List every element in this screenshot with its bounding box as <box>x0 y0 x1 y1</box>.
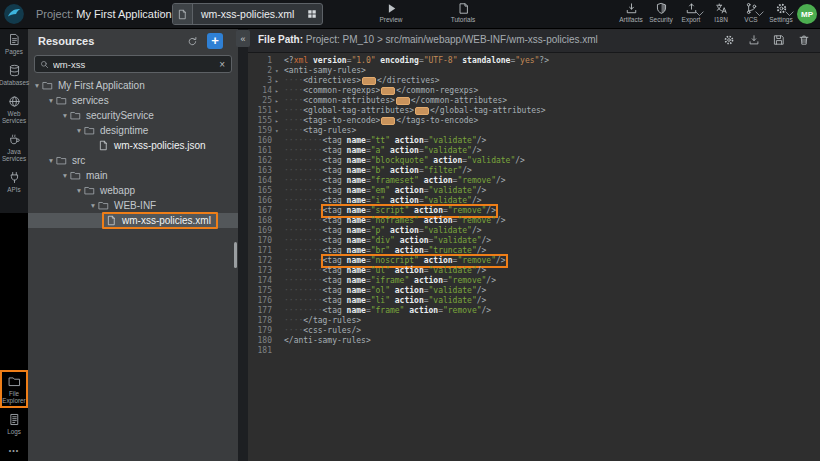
tree-item-src[interactable]: ▼src <box>28 153 238 168</box>
tree-item-WEB-INF[interactable]: ▼WEB-INF <box>28 198 238 213</box>
tree-expand-arrow-icon[interactable]: ▼ <box>46 157 56 164</box>
code-line-167: 167········<tag name="script" action="re… <box>248 206 820 216</box>
fold-toggle-icon[interactable]: ▸ <box>275 116 284 126</box>
code-token: <? <box>284 56 294 65</box>
fold-toggle-icon[interactable]: ▸ <box>275 76 284 86</box>
folded-code-chip[interactable] <box>362 77 376 85</box>
tree-item-designtime[interactable]: ▼designtime <box>28 123 238 138</box>
settings-button[interactable]: Settings <box>766 2 796 27</box>
tree-expand-arrow-icon[interactable]: ▼ <box>60 172 70 179</box>
code-token: standalone <box>457 56 510 65</box>
tab-wm-xss-policies[interactable]: wm-xss-policies.xml <box>172 3 323 25</box>
avatar[interactable]: MP <box>797 4 817 24</box>
rail-item-apis[interactable]: APIs <box>0 166 28 197</box>
download-icon[interactable] <box>748 34 760 46</box>
delete-icon[interactable] <box>798 34 810 46</box>
rail-item-databases[interactable]: Databases <box>0 59 28 90</box>
tree-item-securityService[interactable]: ▼securityService <box>28 108 238 123</box>
tree-item-wm-xss-policies.json[interactable]: wm-xss-policies.json <box>28 138 238 153</box>
clear-search-icon[interactable]: × <box>213 59 231 70</box>
code-token: /> <box>482 236 492 245</box>
tree-expand-arrow-icon[interactable]: ▼ <box>74 127 84 134</box>
rail-item-web-services[interactable]: Web Services <box>0 90 28 128</box>
code-token: name <box>342 256 366 265</box>
code-line-168: 168········<tag name="noframes" action="… <box>248 216 820 226</box>
tree-item-services[interactable]: ▼services <box>28 93 238 108</box>
indent-whitespace: ········ <box>284 216 323 225</box>
rail-item-pages[interactable]: Pages <box>0 28 28 59</box>
code-area[interactable]: 1<?xml version="1.0" encoding="UTF-8" st… <box>248 53 820 461</box>
save-icon[interactable] <box>773 34 785 46</box>
artifacts-label: Artifacts <box>619 16 642 23</box>
line-number: 174 <box>248 276 275 286</box>
code-line-170: 170········<tag name="div" action="valid… <box>248 236 820 246</box>
fold-toggle-icon[interactable]: ▸ <box>275 86 284 96</box>
fold-toggle-icon[interactable]: ▸ <box>275 106 284 116</box>
panel-scrollbar[interactable] <box>234 242 237 268</box>
code-line-content: <tag name="iframe" action="remove"/> <box>323 276 496 286</box>
tree-expand-arrow-icon[interactable]: ▼ <box>74 187 84 194</box>
grid-icon[interactable] <box>302 4 322 24</box>
code-token: "li" <box>371 296 390 305</box>
topbar-right-actions: ArtifactsSecurityExportI18NVCSSettings <box>616 2 796 27</box>
code-token: name <box>342 276 366 285</box>
artifacts-button[interactable]: Artifacts <box>616 2 646 27</box>
code-token: </directives> <box>377 76 440 85</box>
refresh-button[interactable] <box>184 33 200 49</box>
rail-item-java-services[interactable]: Java Services <box>0 128 28 166</box>
add-resource-button[interactable]: + <box>207 33 223 49</box>
code-line-172: 172········<tag name="noscript" action="… <box>248 256 820 266</box>
folded-code-chip[interactable] <box>381 87 395 95</box>
fold-toggle-icon[interactable]: ▾ <box>275 66 284 76</box>
tree-item-wm-xss-policies.xml[interactable]: wm-xss-policies.xml <box>28 213 238 228</box>
vcs-button[interactable]: VCS <box>736 2 766 27</box>
tree-expand-arrow-icon[interactable]: ▼ <box>88 202 98 209</box>
code-line-178: 178····</tag-rules> <box>248 316 820 326</box>
folded-code-chip[interactable] <box>415 107 429 115</box>
file-explorer-icon <box>8 375 21 388</box>
code-token: action <box>395 236 429 245</box>
preview-button[interactable]: Preview <box>368 2 414 27</box>
line-number: 164 <box>248 176 275 186</box>
more-options-button[interactable]: ••• <box>9 447 19 454</box>
tree-expand-arrow-icon[interactable]: ▼ <box>60 112 70 119</box>
indent-whitespace: ···· <box>284 76 303 85</box>
tree-item-My First Application[interactable]: ▼My First Application <box>28 78 238 93</box>
code-token: <tag <box>323 196 342 205</box>
code-token: action <box>419 176 453 185</box>
line-number: 155 <box>248 116 275 126</box>
tree-expand-arrow-icon[interactable]: ▼ <box>46 97 56 104</box>
indent-whitespace: ········ <box>284 266 323 275</box>
tutorials-button[interactable]: Tutorials <box>440 2 486 27</box>
indent-whitespace: ········ <box>284 166 323 175</box>
folded-code-chip[interactable] <box>381 117 395 125</box>
fold-toggle-icon[interactable]: ▸ <box>275 96 284 106</box>
tree-item-main[interactable]: ▼main <box>28 168 238 183</box>
rail-item-logs[interactable]: Logs <box>0 408 28 439</box>
tree-item-webapp[interactable]: ▼webapp <box>28 183 238 198</box>
editor-toolbar <box>723 28 810 52</box>
tree-expand-arrow-icon[interactable]: ▼ <box>32 82 42 89</box>
chevron-down-icon <box>753 7 766 20</box>
settings-icon[interactable] <box>723 34 735 46</box>
code-token: /> <box>486 206 496 215</box>
code-token: name <box>342 186 366 195</box>
fold-toggle-icon[interactable]: ▾ <box>275 126 284 136</box>
i18n-button[interactable]: I18N <box>706 2 736 27</box>
rail-item-file-explorer[interactable]: File Explorer <box>0 370 28 408</box>
code-line-176: 176········<tag name="li" action="valida… <box>248 296 820 306</box>
export-button[interactable]: Export <box>676 2 706 27</box>
logs-icon <box>8 413 21 426</box>
collapse-panel-button[interactable]: « <box>236 30 250 47</box>
file-tree: ▼My First Application▼services▼securityS… <box>28 78 238 228</box>
security-button[interactable]: Security <box>646 2 676 27</box>
file-path-value-text: Project: PM_10 > src/main/webapp/WEB-INF… <box>306 34 598 45</box>
panel-splitter[interactable] <box>238 28 248 461</box>
search-input[interactable] <box>53 59 213 70</box>
folded-code-chip[interactable] <box>396 97 410 105</box>
indent-whitespace: ········ <box>284 186 323 195</box>
indent-whitespace: ···· <box>284 86 303 95</box>
indent-whitespace: ········ <box>284 256 323 265</box>
web-services-icon <box>8 95 21 108</box>
code-token: <tag <box>323 276 342 285</box>
